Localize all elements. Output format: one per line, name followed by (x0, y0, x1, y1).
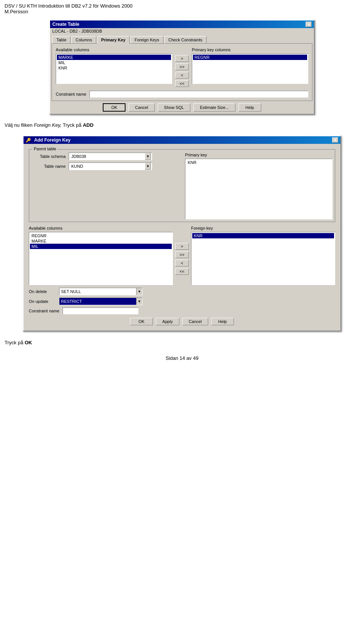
table-name-arrow[interactable]: ▼ (145, 163, 151, 170)
afk-available-label: Available columns (29, 226, 173, 230)
parent-table-group-label: Parent table (32, 147, 58, 151)
on-update-label: On update (29, 299, 56, 304)
table-schema-arrow[interactable]: ▼ (145, 153, 151, 160)
on-delete-arrow[interactable]: ▼ (136, 288, 142, 295)
on-delete-row: On delete SET NULL ▼ (27, 287, 337, 296)
create-table-estimate-size-btn[interactable]: Estimate Size... (193, 103, 235, 112)
list-item[interactable]: MIL (57, 60, 171, 65)
parent-table-group: Parent table Table schema JDB038 ▼ Table… (29, 149, 335, 222)
afk-columns-area: Available columns REGNR MARKE MIL > >> <… (27, 224, 337, 287)
create-table-show-sql-btn[interactable]: Show SQL (158, 103, 191, 112)
afk-constraint-label: Constraint name (29, 309, 60, 313)
tab-primary-key[interactable]: Primary Key (97, 36, 130, 44)
page-header: DSV / SU KTH Introduktion till DB2 v7.2 … (0, 0, 364, 16)
tab-foreign-keys[interactable]: Foreign Keys (130, 36, 163, 44)
afk-constraint-row: Constraint name (27, 306, 337, 315)
tab-table[interactable]: Table (52, 36, 71, 44)
move-right-all-btn[interactable]: >> (175, 63, 189, 70)
parent-table-right: Primary key KNR (185, 153, 333, 219)
afk-ok-btn[interactable]: OK (130, 318, 153, 325)
parent-table-content: Table schema JDB038 ▼ Table name KUND ▼ (31, 153, 333, 219)
afk-help-btn[interactable]: Help (211, 318, 234, 325)
header-line2: M.Persson (5, 9, 28, 14)
afk-content: Parent table Table schema JDB038 ▼ Table… (24, 144, 340, 331)
afk-titlebar: 🔑 Add Foreign Key ✕ (24, 136, 340, 144)
afk-move-left-all-btn[interactable]: << (175, 268, 189, 275)
tab-check-constraints[interactable]: Check Constraints (164, 36, 207, 44)
on-update-arrow[interactable]: ▼ (136, 298, 142, 305)
on-delete-label: On delete (29, 289, 56, 294)
create-table-constraint-label: Constraint name (56, 92, 86, 96)
header-line1: DSV / SU KTH Introduktion till DB2 v7.2 … (5, 3, 132, 9)
afk-apply-btn[interactable]: Apply (156, 318, 179, 325)
on-update-value: RESTRICT (60, 298, 136, 305)
afk-move-right-all-btn[interactable]: >> (175, 251, 189, 258)
afk-foreign-key-listbox[interactable]: KNR (191, 232, 335, 285)
add-foreign-key-dialog: 🔑 Add Foreign Key ✕ Parent table Table s… (23, 136, 341, 331)
create-table-close-btn[interactable]: ✕ (306, 22, 312, 27)
afk-available-section: Available columns REGNR MARKE MIL (29, 226, 173, 285)
create-table-tab-content: Available columns MARKE MIL KNR > >> < <… (52, 43, 312, 101)
table-schema-value: JDB038 (70, 154, 145, 159)
primary-key-listbox-afk[interactable]: KNR (185, 159, 333, 219)
afk-move-left-one-btn[interactable]: < (175, 260, 189, 266)
primary-key-listbox[interactable]: REGNR (192, 54, 308, 84)
instruction-text-1: Välj nu fliken Foreign Key, Tryck på ADD (0, 118, 364, 132)
table-name-value: KUND (70, 164, 145, 169)
primary-key-columns-label: Primary key columns (192, 47, 308, 52)
afk-close-btn[interactable]: ✕ (332, 137, 338, 143)
afk-constraint-input[interactable] (63, 307, 138, 314)
afk-foreign-key-label: Foreign key (191, 226, 335, 230)
create-table-titlebar: Create Table ✕ (50, 20, 314, 28)
list-item[interactable]: MIL (30, 244, 172, 249)
afk-available-listbox[interactable]: REGNR MARKE MIL (29, 232, 173, 285)
create-table-buttons: OK Cancel Show SQL Estimate Size... Help (50, 101, 314, 114)
table-name-label: Table name (31, 164, 66, 169)
list-item[interactable]: MARKE (30, 238, 172, 244)
afk-title-icon: 🔑 (26, 138, 31, 143)
available-columns-listbox[interactable]: MARKE MIL KNR (56, 54, 172, 84)
table-schema-row: Table schema JDB038 ▼ (31, 153, 179, 160)
afk-title: Add Foreign Key (34, 137, 71, 143)
create-table-constraint-input[interactable] (89, 91, 308, 98)
move-left-all-btn[interactable]: << (175, 80, 189, 87)
available-columns-label: Available columns (56, 47, 172, 52)
afk-arrow-buttons: > >> < << (175, 226, 189, 285)
afk-foreign-key-section: Foreign key KNR (191, 226, 335, 285)
list-item[interactable]: KNR (192, 233, 334, 238)
list-item[interactable]: MARKE (57, 55, 171, 60)
table-schema-select[interactable]: JDB038 ▼ (69, 153, 152, 160)
tab-columns[interactable]: Columns (71, 36, 96, 44)
list-item[interactable]: REGNR (30, 233, 172, 238)
page-footer: Sidan 14 av 49 (0, 348, 364, 369)
on-update-row: On update RESTRICT ▼ (27, 296, 337, 306)
table-name-row: Table name KUND ▼ (31, 162, 179, 170)
create-table-tabs: Table Columns Primary Key Foreign Keys C… (50, 34, 314, 43)
move-right-one-btn[interactable]: > (175, 55, 189, 62)
create-table-dialog: Create Table ✕ LOCAL - DB2 - JDB038DB Ta… (49, 20, 315, 115)
on-delete-select[interactable]: SET NULL ▼ (59, 288, 143, 295)
on-delete-value: SET NULL (60, 289, 136, 294)
instruction-text-2: Tryck på OK (0, 335, 364, 348)
afk-cancel-btn[interactable]: Cancel (182, 318, 208, 325)
primary-key-panel-label: Primary key (185, 153, 333, 157)
create-table-help-btn[interactable]: Help (238, 103, 261, 112)
create-table-cancel-btn[interactable]: Cancel (129, 103, 154, 112)
list-item[interactable]: REGNR (193, 55, 307, 60)
create-table-ok-btn[interactable]: OK (103, 103, 126, 112)
on-update-select[interactable]: RESTRICT ▼ (59, 298, 143, 305)
db-label: LOCAL - DB2 - JDB038DB (50, 28, 314, 34)
primary-key-columns-section: Primary key columns REGNR (192, 47, 308, 84)
create-table-arrow-buttons: > >> < << (175, 47, 189, 87)
page-number: Sidan 14 av 49 (166, 355, 199, 361)
table-name-select[interactable]: KUND ▼ (69, 162, 152, 170)
list-item[interactable]: KNR (57, 65, 171, 71)
afk-dialog-buttons: OK Apply Cancel Help (27, 315, 337, 328)
parent-table-left: Table schema JDB038 ▼ Table name KUND ▼ (31, 153, 179, 219)
list-item[interactable]: KNR (186, 160, 331, 165)
table-schema-label: Table schema (31, 154, 66, 159)
create-table-columns-area: Available columns MARKE MIL KNR > >> < <… (53, 45, 311, 89)
afk-move-right-one-btn[interactable]: > (175, 243, 189, 250)
create-table-title: Create Table (52, 22, 79, 27)
move-left-one-btn[interactable]: < (175, 72, 189, 79)
